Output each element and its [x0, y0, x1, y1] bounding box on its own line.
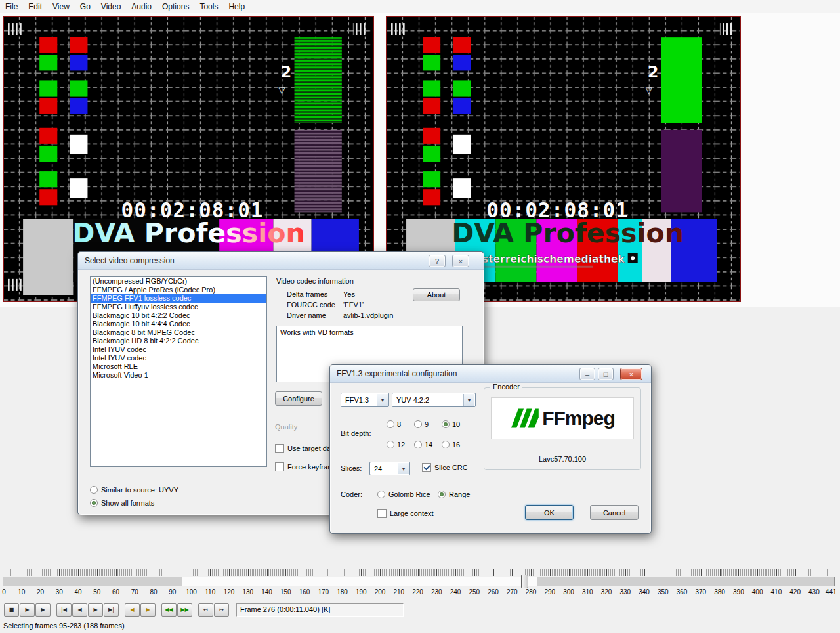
compression-dialog-close-button[interactable]: × — [452, 255, 469, 267]
menu-view[interactable]: View — [47, 0, 75, 13]
timeline-label: 410 — [771, 588, 782, 596]
next-keyframe-button[interactable]: ▶ — [140, 603, 156, 617]
encoder-group-label: Encoder — [490, 383, 522, 391]
bit-depth-option-label: 8 — [397, 420, 401, 428]
info-key: Delta frames — [287, 289, 343, 299]
menu-video[interactable]: Video — [96, 0, 126, 13]
force-keyframes-checkbox[interactable] — [275, 462, 284, 471]
prev-scene-button[interactable]: ◀◀ — [161, 603, 177, 617]
go-to-end-button[interactable]: ▶| — [104, 603, 119, 617]
similar-to-source-row[interactable]: Similar to source: UYVY — [90, 485, 178, 494]
menu-options[interactable]: Options — [157, 0, 194, 13]
timeline-label: 320 — [601, 588, 612, 596]
configure-button[interactable]: Configure — [275, 391, 322, 406]
go-to-end-icon: ▶| — [108, 607, 114, 613]
timeline-label: 170 — [318, 588, 329, 596]
codec-item[interactable]: Intel IYUV codec — [91, 345, 266, 354]
force-keyframes-row[interactable]: Force keyfram — [275, 462, 333, 471]
ffv1-version-select[interactable]: FFV1.3 ▾ — [341, 393, 389, 407]
codec-item[interactable]: Blackmagic HD 8 bit 4:2:2 Codec — [91, 337, 266, 345]
coder-range-row[interactable]: Range — [438, 490, 470, 499]
menu-go[interactable]: Go — [75, 0, 96, 13]
frame-back-button[interactable]: ◀ — [72, 603, 87, 617]
large-context-checkbox[interactable] — [377, 509, 387, 518]
timeline-thumb[interactable] — [521, 575, 528, 588]
timeline-groove[interactable] — [3, 577, 835, 586]
mark-out-button[interactable]: ↦ — [214, 603, 229, 617]
menu-help[interactable]: Help — [223, 0, 250, 13]
codec-item[interactable]: Microsoft RLE — [91, 362, 266, 371]
bit-depth-option-12[interactable]: 12 — [387, 439, 414, 449]
info-value: Yes — [343, 289, 355, 299]
ok-button[interactable]: OK — [525, 505, 574, 520]
bit-depth-option-10[interactable]: 10 — [442, 419, 469, 429]
timeline-label: 200 — [375, 588, 386, 596]
codec-item[interactable]: Blackmagic 10 bit 4:2:2 Codec — [91, 311, 266, 320]
coder-golomb-rice-row[interactable]: Golomb Rice — [377, 490, 430, 499]
codec-list[interactable]: (Uncompressed RGB/YCbCr)FFMPEG / Apple P… — [90, 276, 267, 467]
prev-keyframe-button[interactable]: ◀ — [125, 603, 140, 617]
encoder-version: Lavc57.70.100 — [484, 455, 640, 463]
pixel-format-select[interactable]: YUV 4:2:2 ▾ — [392, 393, 476, 407]
codec-item[interactable]: Blackmagic 10 bit 4:4:4 Codec — [91, 320, 266, 328]
cancel-button[interactable]: Cancel — [590, 505, 639, 520]
range-radio[interactable] — [438, 491, 446, 498]
bit-depth-option-16[interactable]: 16 — [442, 439, 469, 449]
bit-depth-8-radio[interactable] — [387, 420, 394, 428]
timeline-label: 150 — [280, 588, 291, 596]
menu-tools[interactable]: Tools — [194, 0, 223, 13]
menu-file[interactable]: File — [0, 0, 23, 13]
timeline-label: 60 — [112, 588, 119, 596]
ffv1-dialog-titlebar[interactable]: FFV1.3 experimental configuration – □ × — [330, 365, 651, 383]
bit-depth-12-radio[interactable] — [387, 441, 394, 448]
next-scene-button[interactable]: ▶▶ — [177, 603, 192, 617]
slice-crc-checkbox[interactable] — [422, 463, 431, 472]
slice-crc-row[interactable]: Slice CRC — [422, 463, 468, 472]
mark-in-button[interactable]: ↤ — [198, 603, 213, 617]
large-context-row[interactable]: Large context — [377, 509, 434, 518]
compression-dialog-titlebar[interactable]: Select video compression ? × — [78, 252, 484, 270]
codec-item[interactable]: Blackmagic 8 bit MJPEG Codec — [91, 328, 266, 337]
bit-depth-option-14[interactable]: 14 — [414, 439, 442, 449]
bit-depth-option-8[interactable]: 8 — [387, 419, 414, 429]
use-target-data-rate-checkbox[interactable] — [275, 444, 284, 453]
codec-info-row: FOURCC code'FFV1' — [287, 299, 411, 310]
go-to-start-button[interactable]: |◀ — [56, 603, 72, 617]
coder-label: Coder: — [341, 491, 362, 498]
use-target-data-rate-row[interactable]: Use target da — [275, 444, 331, 453]
stop-button[interactable]: ■ — [4, 603, 19, 617]
slices-select[interactable]: 24 ▾ — [369, 462, 410, 475]
minimize-button[interactable]: – — [579, 368, 595, 380]
golomb-rice-radio[interactable] — [377, 491, 385, 498]
status-text: Selecting frames 95-283 (188 frames) — [3, 622, 125, 630]
codec-item[interactable]: FFMPEG / Apple ProRes (iCodec Pro) — [91, 286, 266, 294]
maximize-button[interactable]: □ — [598, 368, 614, 380]
menu-audio[interactable]: Audio — [126, 0, 157, 13]
menu-edit[interactable]: Edit — [23, 0, 47, 13]
timeline-label: 140 — [261, 588, 272, 596]
bit-depth-16-radio[interactable] — [442, 441, 450, 448]
codec-item[interactable]: FFMPEG FFV1 lossless codec — [91, 294, 266, 303]
frame-forward-button[interactable]: ▶ — [88, 603, 103, 617]
show-all-formats-radio[interactable] — [90, 499, 98, 507]
bit-depth-9-radio[interactable] — [414, 420, 422, 428]
bit-depth-14-radio[interactable] — [414, 441, 422, 448]
bit-depth-10-radio[interactable] — [442, 420, 450, 428]
help-icon: ? — [435, 257, 439, 265]
chevron-down-icon: ▾ — [398, 463, 409, 474]
codec-item[interactable]: Microsoft Video 1 — [91, 371, 266, 380]
codec-item[interactable]: FFMPEG Huffyuv lossless codec — [91, 303, 266, 311]
play-output-button[interactable]: ▶ — [35, 603, 51, 617]
similar-to-source-radio[interactable] — [90, 486, 98, 494]
help-button[interactable]: ? — [429, 255, 446, 267]
codec-item[interactable]: (Uncompressed RGB/YCbCr) — [91, 277, 266, 286]
codec-item[interactable]: Intel IYUV codec — [91, 354, 266, 362]
ffv1-dialog-close-button[interactable]: × — [620, 368, 642, 380]
show-all-formats-row[interactable]: Show all formats — [90, 498, 154, 508]
bit-depth-option-9[interactable]: 9 — [414, 419, 442, 429]
play-input-button[interactable]: ▶ — [20, 603, 35, 617]
timeline-label: 210 — [393, 588, 404, 596]
timeline-label: 190 — [356, 588, 367, 596]
show-all-formats-label: Show all formats — [101, 499, 154, 507]
about-button[interactable]: About — [413, 288, 460, 301]
